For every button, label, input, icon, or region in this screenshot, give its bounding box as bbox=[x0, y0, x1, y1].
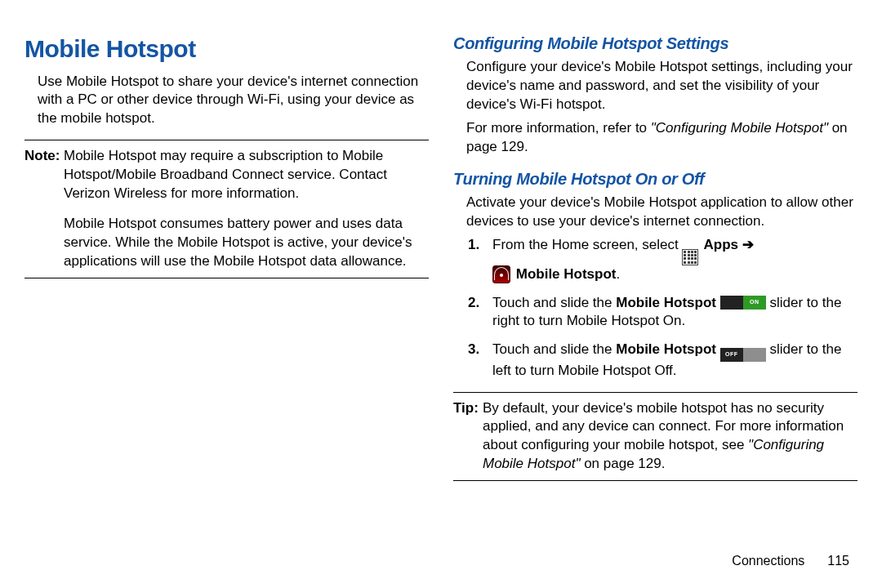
text-span: Touch and slide the bbox=[492, 341, 616, 357]
mobile-hotspot-icon bbox=[492, 265, 510, 283]
arrow-icon: ➔ bbox=[742, 237, 754, 252]
cross-reference: "Configuring Mobile Hotspot" bbox=[651, 120, 828, 136]
slider-on-icon: ON bbox=[720, 296, 766, 310]
slider-off-icon: OFF bbox=[720, 348, 766, 362]
config-paragraph-2: For more information, refer to "Configur… bbox=[453, 119, 858, 157]
intro-paragraph: Use Mobile Hotspot to share your device'… bbox=[24, 73, 429, 129]
page-footer: Connections115 bbox=[732, 552, 849, 570]
text-span: on page 129. bbox=[580, 456, 665, 471]
apps-label: Apps bbox=[700, 237, 742, 252]
step-3: Touch and slide the Mobile Hotspot OFF s… bbox=[453, 341, 858, 380]
left-column: Mobile Hotspot Use Mobile Hotspot to sha… bbox=[24, 33, 429, 572]
right-column: Configuring Mobile Hotspot Settings Conf… bbox=[453, 33, 858, 572]
text-span: From the Home screen, select bbox=[492, 237, 682, 252]
step-1: From the Home screen, select Apps ➔ Mobi… bbox=[453, 236, 858, 284]
steps-list: From the Home screen, select Apps ➔ Mobi… bbox=[453, 236, 858, 381]
heading-configuring: Configuring Mobile Hotspot Settings bbox=[453, 33, 858, 55]
mobile-hotspot-label: Mobile Hotspot bbox=[512, 266, 616, 282]
footer-page-number: 115 bbox=[827, 554, 849, 568]
page-title: Mobile Hotspot bbox=[24, 33, 429, 66]
turn-intro-paragraph: Activate your device's Mobile Hotspot ap… bbox=[453, 194, 858, 231]
text-span: For more information, refer to bbox=[466, 120, 651, 136]
slider-on-label: ON bbox=[743, 296, 766, 310]
text-span: Touch and slide the bbox=[492, 295, 616, 310]
mobile-hotspot-bold: Mobile Hotspot bbox=[616, 295, 716, 310]
config-paragraph-1: Configure your device's Mobile Hotspot s… bbox=[453, 58, 858, 114]
note-paragraph-1: Mobile Hotspot may require a subscriptio… bbox=[64, 147, 429, 203]
tip-block: Tip: By default, your device's mobile ho… bbox=[453, 392, 858, 482]
note-label: Note: bbox=[24, 147, 64, 271]
slider-off-label: OFF bbox=[720, 348, 743, 362]
heading-turning-on-off: Turning Mobile Hotspot On or Off bbox=[453, 168, 858, 190]
step-2: Touch and slide the Mobile Hotspot ON sl… bbox=[453, 294, 858, 332]
note-paragraph-2: Mobile Hotspot consumes battery power an… bbox=[64, 215, 429, 271]
apps-grid-icon bbox=[682, 249, 698, 265]
tip-paragraph: By default, your device's mobile hotspot… bbox=[483, 399, 858, 474]
tip-label: Tip: bbox=[453, 399, 483, 474]
mobile-hotspot-bold: Mobile Hotspot bbox=[616, 341, 716, 357]
note-block: Note: Mobile Hotspot may require a subsc… bbox=[24, 140, 429, 278]
footer-section: Connections bbox=[732, 554, 804, 568]
text-span: . bbox=[616, 266, 620, 282]
